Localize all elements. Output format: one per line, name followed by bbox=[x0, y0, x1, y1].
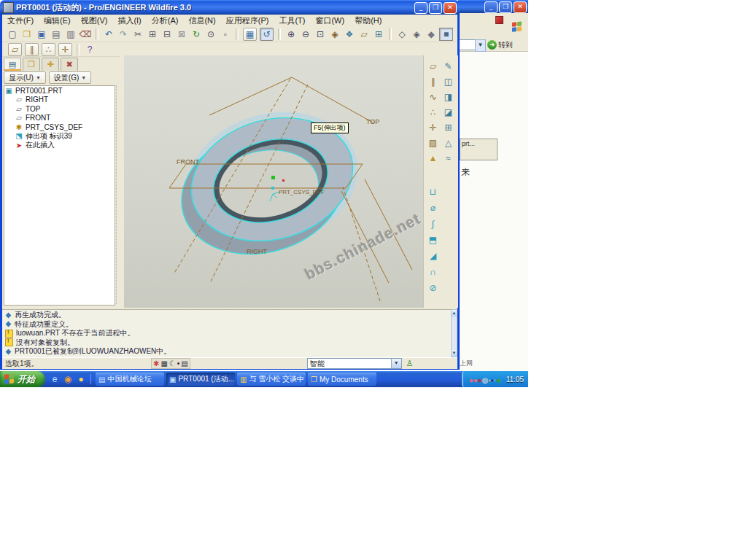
find-button[interactable]: ⊙ bbox=[204, 28, 217, 41]
minimize-button[interactable]: _ bbox=[414, 2, 427, 14]
cut-button[interactable]: ✂ bbox=[131, 28, 144, 41]
new-file-button[interactable]: ▢ bbox=[6, 28, 19, 41]
ie-titlebar[interactable]: _ ❐ ✕ bbox=[458, 0, 528, 13]
menu-window[interactable]: 窗口(W) bbox=[310, 15, 349, 27]
style-tool[interactable]: ≈ bbox=[441, 152, 455, 166]
merge-tool[interactable]: ◪ bbox=[441, 106, 455, 120]
paste-button[interactable]: ⊟ bbox=[160, 28, 174, 41]
refit-button[interactable]: ⊡ bbox=[314, 28, 327, 41]
revolve-tool[interactable]: ⌀ bbox=[426, 201, 440, 215]
quick-qq-icon[interactable]: ● bbox=[76, 374, 86, 384]
ie-close-button[interactable]: ✕ bbox=[514, 1, 527, 13]
datum-axis-tool[interactable]: ∥ bbox=[426, 75, 440, 89]
tree-item-top-plane[interactable]: ▱ TOP bbox=[15, 104, 115, 114]
3d-viewport[interactable]: TOP FRONT RIGHT PRT_CSYS_DEF F5(伸出项) bbs… bbox=[124, 55, 423, 308]
open-file-button[interactable]: ❒ bbox=[20, 28, 34, 41]
print-button[interactable]: ▤ bbox=[50, 28, 63, 41]
model-tree-tab[interactable]: ▤ bbox=[4, 58, 21, 71]
boundary-blend-tool[interactable]: △ bbox=[441, 136, 455, 150]
saved-views-button[interactable]: ❖ bbox=[343, 28, 356, 41]
print-preview-button[interactable]: ▥ bbox=[64, 28, 77, 41]
datum-axis-display-toggle[interactable]: ∥ bbox=[25, 43, 39, 56]
menu-help[interactable]: 帮助(H) bbox=[349, 15, 387, 27]
selection-filter-combo[interactable]: 智能 ▼ bbox=[307, 358, 402, 369]
datum-point-tool[interactable]: ∴ bbox=[426, 106, 440, 120]
ie-toolbar-icon[interactable] bbox=[495, 16, 503, 24]
tree-item-front-plane[interactable]: ▱ FRONT bbox=[15, 114, 115, 123]
tray-antivirus-icon[interactable]: ♣ bbox=[496, 376, 501, 384]
scroll-up-arrow[interactable]: ▲ bbox=[452, 310, 457, 316]
hole-tool[interactable]: ⊘ bbox=[426, 281, 440, 295]
sweep-tool[interactable]: ∫ bbox=[426, 217, 440, 231]
maximize-button[interactable]: ❐ bbox=[429, 2, 442, 14]
scroll-down-arrow[interactable]: ▼ bbox=[452, 350, 457, 357]
draft-tool[interactable]: ◢ bbox=[426, 249, 440, 263]
erase-display-button[interactable]: ⌫ bbox=[79, 28, 92, 41]
task-my-documents-window[interactable]: ❒ My Documents bbox=[308, 373, 376, 386]
keyboard-status-icon[interactable]: ▤ bbox=[181, 359, 187, 368]
titlebar[interactable]: PRT0001 (活动的) - Pro/ENGINEER Wildfire 3.… bbox=[0, 0, 460, 15]
tray-player-icon[interactable]: ◍ bbox=[482, 376, 489, 384]
night-mode-icon[interactable]: ☾ bbox=[169, 359, 176, 368]
model-display-icon[interactable]: ▦ bbox=[160, 359, 167, 368]
ie-restore-button[interactable]: ❐ bbox=[499, 1, 512, 13]
undo-button[interactable]: ↶ bbox=[102, 28, 115, 41]
dot-status-icon[interactable]: • bbox=[177, 359, 180, 368]
paste-special-button[interactable]: ⊠ bbox=[175, 28, 188, 41]
menu-applications[interactable]: 应用程序(P) bbox=[221, 15, 274, 27]
menu-tools[interactable]: 工具(T) bbox=[274, 15, 310, 27]
message-scrollbar[interactable]: ▲ ▼ bbox=[451, 309, 457, 357]
shell-tool[interactable]: ⬒ bbox=[426, 233, 440, 247]
ie-go-button[interactable]: ➜ 转到 bbox=[487, 39, 513, 50]
round-tool[interactable]: ∩ bbox=[426, 265, 440, 279]
task-proe-window[interactable]: ▣ PRT0001 (活动... bbox=[166, 373, 235, 386]
repaint-button[interactable]: ▦ bbox=[243, 28, 257, 41]
no-hidden-display-button[interactable]: ◆ bbox=[425, 28, 438, 41]
spin-center-toggle[interactable]: ↺ bbox=[260, 28, 274, 41]
task-forum-window[interactable]: ▤ 中国机械论坛 bbox=[96, 373, 164, 386]
task-qq-chat-window[interactable]: ▥ 与 雪小松 交谈中 bbox=[237, 373, 306, 386]
folder-browser-tab[interactable]: ❒ bbox=[23, 58, 40, 71]
copy-button[interactable]: ⊞ bbox=[146, 28, 159, 41]
chevron-down-icon[interactable]: ▼ bbox=[391, 359, 401, 368]
zoom-in-button[interactable]: ⊕ bbox=[285, 28, 298, 41]
menu-insert[interactable]: 插入(I) bbox=[112, 15, 146, 27]
tree-item-right-plane[interactable]: ▱ RIGHT bbox=[15, 96, 115, 105]
view-manager-button[interactable]: ⊞ bbox=[372, 28, 385, 41]
layers-button[interactable]: ▱ bbox=[357, 28, 371, 41]
menu-analysis[interactable]: 分析(A) bbox=[147, 15, 184, 27]
start-button[interactable]: 开始 bbox=[0, 371, 45, 387]
mirror-tool[interactable]: ◨ bbox=[441, 90, 455, 104]
datum-plane-display-toggle[interactable]: ▱ bbox=[8, 43, 22, 56]
tree-item-insert-here[interactable]: ➤ 在此插入 bbox=[15, 141, 115, 150]
context-help-button[interactable]: ? bbox=[83, 43, 96, 56]
reorient-button[interactable]: ◈ bbox=[328, 28, 341, 41]
sketch-tool[interactable]: ✎ bbox=[441, 60, 455, 74]
quick-media-icon[interactable]: ◉ bbox=[63, 374, 73, 384]
show-dropdown-button[interactable]: 显示(U)▼ bbox=[4, 71, 46, 84]
wireframe-display-button[interactable]: ◇ bbox=[395, 28, 409, 41]
favorites-tab[interactable]: ✚ bbox=[42, 58, 59, 71]
shaded-display-button[interactable]: ■ bbox=[439, 28, 453, 41]
datum-curve-tool[interactable]: ∿ bbox=[426, 90, 440, 104]
menu-file[interactable]: 文件(F) bbox=[2, 15, 39, 27]
coordinate-system-tool[interactable]: ✛ bbox=[426, 121, 440, 135]
csys-display-toggle[interactable]: ✛ bbox=[58, 43, 72, 56]
menu-view[interactable]: 视图(V) bbox=[76, 15, 113, 27]
copy-geometry-tool[interactable]: ◫ bbox=[441, 75, 455, 89]
menu-edit[interactable]: 编辑(E) bbox=[39, 15, 76, 27]
quick-ie-icon[interactable]: e bbox=[50, 374, 60, 384]
analysis-tool[interactable]: ▲ bbox=[426, 152, 440, 166]
ie-address-dropdown[interactable]: ▼ bbox=[475, 39, 486, 52]
sketched-datum-tool[interactable]: ▧ bbox=[426, 136, 440, 150]
hidden-line-display-button[interactable]: ◈ bbox=[410, 28, 423, 41]
save-button[interactable]: ▣ bbox=[35, 28, 48, 41]
ie-minimize-button[interactable]: _ bbox=[484, 1, 498, 13]
datum-plane-tool[interactable]: ▱ bbox=[426, 60, 440, 74]
extrude-tool[interactable]: ⊔ bbox=[426, 185, 440, 199]
tree-item-part[interactable]: ▣ PRT0001.PRT bbox=[4, 86, 115, 96]
menu-info[interactable]: 信息(N) bbox=[183, 15, 220, 27]
zoom-out-button[interactable]: ⊖ bbox=[299, 28, 312, 41]
redo-button[interactable]: ↷ bbox=[117, 28, 130, 41]
pattern-tool[interactable]: ⊞ bbox=[441, 121, 455, 135]
